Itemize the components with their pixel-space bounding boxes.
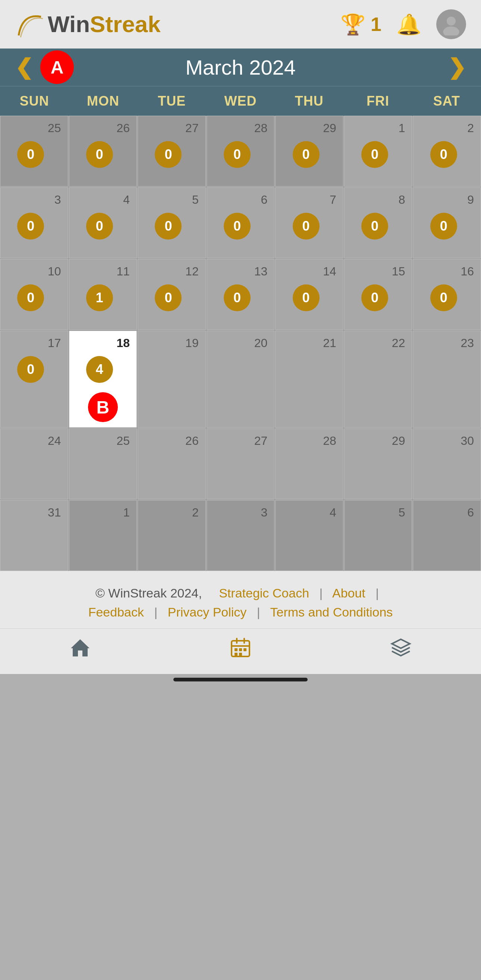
trophy-icon: 🏆 [340, 13, 365, 36]
cell-badge: 0 [224, 141, 251, 168]
cell-badge: 0 [155, 213, 182, 240]
calendar-cell[interactable]: 24 [0, 428, 68, 500]
cell-badge: 0 [293, 141, 319, 168]
strategic-coach-link[interactable]: Strategic Coach [219, 586, 309, 600]
cell-badge: 0 [361, 284, 388, 311]
nav-layers[interactable] [390, 636, 412, 663]
terms-link[interactable]: Terms and Conditions [270, 605, 393, 619]
calendar-cell[interactable]: 1 [69, 500, 137, 571]
calendar-cell[interactable]: 111 [69, 259, 137, 330]
cell-badge: 4 [86, 356, 113, 383]
feedback-link[interactable]: Feedback [88, 605, 144, 619]
calendar-cell[interactable]: 20 [206, 331, 275, 428]
calendar-grid: 2502602702802901020304050607080901001111… [0, 116, 481, 571]
calendar-cell[interactable]: 3 [206, 500, 275, 571]
cell-badge: 0 [293, 284, 319, 311]
bell-icon[interactable]: 🔔 [396, 13, 421, 36]
cell-badge: 0 [430, 284, 457, 311]
calendar-cell[interactable]: 40 [69, 187, 137, 258]
dow-tue: TUE [138, 87, 206, 116]
dow-thu: THU [275, 87, 343, 116]
footer-row2: Feedback | Privacy Policy | Terms and Co… [8, 605, 473, 619]
cell-date: 27 [138, 121, 199, 135]
svg-rect-11 [239, 653, 242, 656]
cell-date: 6 [413, 506, 474, 519]
calendar-cell[interactable]: 26 [138, 428, 206, 500]
calendar-cell[interactable]: 2 [138, 500, 206, 571]
calendar-cell[interactable]: 150 [344, 259, 413, 330]
calendar-cell[interactable]: 31 [0, 500, 68, 571]
calendar-cell[interactable]: 28 [275, 428, 343, 500]
calendar-cell[interactable]: 22 [344, 331, 413, 428]
cell-badge: 0 [17, 213, 44, 240]
calendar-cell[interactable]: 23 [413, 331, 481, 428]
calendar-cell[interactable]: 140 [275, 259, 343, 330]
calendar-cell[interactable]: 27 [206, 428, 275, 500]
cell-date: 1 [69, 506, 130, 519]
logo-arc-icon [15, 10, 45, 39]
label-b-badge: B [88, 392, 118, 422]
calendar-cell[interactable]: 30 [0, 187, 68, 258]
cell-date: 16 [413, 265, 474, 278]
privacy-policy-link[interactable]: Privacy Policy [168, 605, 247, 619]
nav-home[interactable] [69, 636, 91, 663]
calendar-cell[interactable]: 290 [275, 116, 343, 186]
cell-badge: 0 [224, 213, 251, 240]
cell-badge: 0 [17, 141, 44, 168]
cell-date: 5 [344, 506, 405, 519]
calendar-cell[interactable]: 130 [206, 259, 275, 330]
cell-date: 28 [207, 121, 268, 135]
cell-date: 11 [69, 265, 130, 278]
calendar-cell[interactable]: 80 [344, 187, 413, 258]
cell-badge: 0 [361, 213, 388, 240]
about-link[interactable]: About [332, 586, 365, 600]
calendar-cell[interactable]: 29 [344, 428, 413, 500]
cell-date: 9 [413, 193, 474, 207]
calendar-cell[interactable]: 90 [413, 187, 481, 258]
svg-rect-9 [243, 648, 246, 651]
cell-date: 14 [276, 265, 337, 278]
month-title: March 2024 [33, 55, 448, 80]
calendar-cell[interactable]: 70 [275, 187, 343, 258]
calendar-cell[interactable]: 160 [413, 259, 481, 330]
calendar-cell[interactable]: 25 [69, 428, 137, 500]
cell-date: 30 [413, 434, 474, 448]
calendar-cell[interactable]: 270 [138, 116, 206, 186]
calendar-cell[interactable]: 120 [138, 259, 206, 330]
dow-sat: SAT [413, 87, 481, 116]
dow-mon: MON [68, 87, 137, 116]
calendar-cell[interactable]: 19 [138, 331, 206, 428]
cell-date: 15 [344, 265, 405, 278]
calendar-cell[interactable]: 250 [0, 116, 68, 186]
copyright-text: © WinStreak 2024, [95, 586, 202, 600]
calendar-cell[interactable]: 184B [69, 331, 137, 428]
next-month-button[interactable]: ❯ [448, 54, 466, 80]
calendar-cell[interactable]: 5 [344, 500, 413, 571]
calendar-cell[interactable]: 280 [206, 116, 275, 186]
calendar-cell[interactable]: 100 [0, 259, 68, 330]
calendar-cell[interactable]: 60 [206, 187, 275, 258]
calendar-cell[interactable]: 21 [275, 331, 343, 428]
calendar-cell[interactable]: 4 [275, 500, 343, 571]
calendar-cell[interactable]: 260 [69, 116, 137, 186]
bottom-navigation [0, 628, 481, 674]
cell-badge: 0 [224, 284, 251, 311]
cell-date: 6 [207, 193, 268, 207]
calendar-cell[interactable]: 170 [0, 331, 68, 428]
cell-badge: 0 [293, 213, 319, 240]
user-avatar[interactable] [436, 10, 466, 39]
calendar-cell[interactable]: 10 [344, 116, 413, 186]
svg-point-1 [443, 27, 459, 35]
cell-date: 18 [69, 336, 130, 350]
trophy-section: 🏆 1 [340, 13, 381, 36]
prev-month-button[interactable]: ❮ [15, 54, 33, 80]
footer-row1: © WinStreak 2024, Strategic Coach | Abou… [8, 586, 473, 600]
calendar-cell[interactable]: 20 [413, 116, 481, 186]
calendar-cell[interactable]: 6 [413, 500, 481, 571]
layers-icon [390, 636, 412, 663]
cell-date: 29 [276, 121, 337, 135]
calendar-cell[interactable]: 50 [138, 187, 206, 258]
calendar-cell[interactable]: 30 [413, 428, 481, 500]
nav-calendar[interactable] [229, 636, 252, 663]
cell-badge: 1 [86, 284, 113, 311]
